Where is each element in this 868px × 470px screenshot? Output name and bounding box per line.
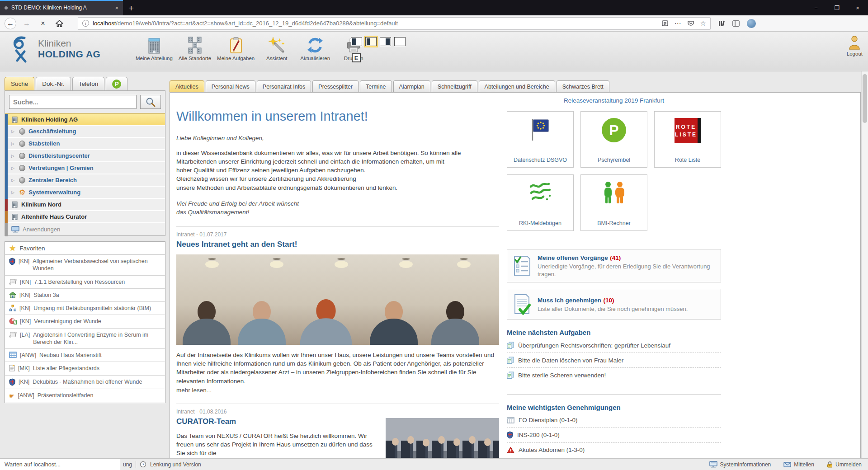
warning-icon [507,446,514,453]
tab-abteilungen-und-bereiche[interactable]: Abteilungen und Bereiche [479,80,555,92]
maximize-icon[interactable]: ❐ [826,5,847,11]
expand-icon[interactable] [11,178,16,183]
layout-option-3[interactable] [380,37,391,46]
tree-item-klinikum-nord[interactable]: Klinikum Nord [5,199,165,211]
favorite-item[interactable]: [KN] Station 3a [5,289,165,302]
pocket-icon[interactable] [688,20,694,26]
browser-tab[interactable]: STD DEMO: Kliniken Holding A × [0,0,123,15]
tab-alarmplan[interactable]: Alarmplan [393,80,430,92]
e-badge-icon[interactable]: E [352,53,361,62]
expand-icon[interactable] [11,154,16,158]
tree-item-anwendungen[interactable]: Anwendungen [5,223,165,235]
widget-offene-vorgaenge[interactable]: Meine offenen Vorgänge (41) Unerledigte … [507,249,721,282]
tree-item-altenhilfe-haus-curator[interactable]: Altenhilfe Haus Curator [5,211,165,223]
favorite-item[interactable]: [KN] Verunreinigung der Wunde [5,315,165,328]
tab-personal-news[interactable]: Personal News [206,80,255,92]
toolbar-aktualisieren[interactable]: Aktualisieren [299,35,331,61]
read-more-link[interactable]: mehr lesen... [176,387,499,394]
tree-item-kliniken-holding[interactable]: Kliniken Holding AG [5,113,165,126]
scrollbar-thumb[interactable] [863,74,867,123]
favorite-item[interactable]: [KN] 7.1.1 Bereitstellung von Ressourcen [5,276,165,289]
favorite-item[interactable]: [ANW] Präsentationsleitfaden [5,389,165,403]
expand-icon[interactable] [11,141,16,146]
tree-item-vertretungen-gremien[interactable]: Vertretungen | Gremien [5,162,165,174]
toolbar-meine-aufgaben[interactable]: Meine Aufgaben [217,35,255,61]
expand-icon[interactable] [11,166,16,170]
reader-mode-icon[interactable] [662,20,668,26]
search-input[interactable] [9,95,137,109]
system-info-link[interactable]: Systeminformationen [709,461,771,468]
tree-item-dienstleistungscenter[interactable]: Dienstleistungscenter [5,150,165,162]
tile-rote-liste[interactable]: ROTE LISTE Rote Liste [654,111,721,168]
minimize-icon[interactable]: − [806,5,826,11]
tile-datenschutz-dsgvo[interactable]: Datenschutz DSGVO [507,111,574,168]
vertical-scrollbar[interactable] [861,71,868,458]
page-actions-icon[interactable] [675,19,681,28]
task-item[interactable]: Bitte die Daten löschen von Frau Maier [507,353,721,368]
building-icon [11,116,18,123]
notify-link[interactable]: Mitteilen [783,461,814,468]
favorite-item[interactable]: [ANW] Neubau Haus Marienstift [5,349,165,362]
task-item[interactable]: Überprüfungen Rechtsvorschriften: geprüf… [507,338,721,353]
tile-pschyrembel[interactable]: P Pschyrembel [580,111,647,168]
tree-strip [5,150,8,162]
toolbar-alle-standorte[interactable]: Alle Standorte [179,35,211,61]
node-sphere-icon [19,165,25,171]
favorite-item[interactable]: [LA] Angiotensin I Converting Enzyme in … [5,329,165,349]
news-title[interactable]: Neues Intranet geht an den Start! [176,240,499,249]
tab-aktuelles[interactable]: Aktuelles [170,80,204,92]
tab-schnellzugriff[interactable]: Schnellzugriff [432,80,477,92]
stop-button[interactable]: × [37,18,49,29]
shield-icon [9,378,15,386]
relogin-link[interactable]: Ummelden [827,461,862,468]
sidebar-tab-doknr[interactable]: Dok.-Nr. [36,77,71,90]
expand-icon[interactable] [11,190,16,195]
profile-avatar-icon[interactable] [747,19,756,28]
approval-item[interactable]: FO Dienstplan (0-1-0) [507,413,721,428]
tab-pressesplitter[interactable]: Pressesplitter [312,80,359,92]
favorite-item[interactable]: [KN] Dekubitus - Maßnahmen bei offener W… [5,376,165,389]
tree-item-systemverwaltung[interactable]: Systemverwaltung [5,187,165,199]
bookmark-star-icon[interactable] [700,19,706,28]
favorite-item[interactable]: [KN] Allgemeiner Verbandswechsel von sep… [5,255,165,276]
expand-icon[interactable] [11,129,16,134]
approval-item[interactable]: INS-200 (0-1-0) [507,428,721,443]
version-link[interactable]: Lenkung und Version [150,461,201,468]
widget-muss-ich-genehmigen[interactable]: Muss ich genehmigen (10) Liste aller Dok… [507,289,721,320]
favorite-item[interactable]: [MK] Liste aller Pflegestandards [5,362,165,375]
task-item[interactable]: Bitte sterile Scheren verwenden! [507,368,721,382]
approval-item[interactable]: Akutes Abdomen (1-3-0) [507,443,721,457]
layout-option-4[interactable] [394,37,406,46]
back-button[interactable]: ← [5,18,16,29]
tab-schwarzes-brett[interactable]: Schwarzes Brett [557,80,609,92]
tab-personalrat-infos[interactable]: Personalrat Infos [257,80,311,92]
tile-bmi-rechner[interactable]: BMI-Rechner [580,174,647,231]
tree-item-geschaeftsleitung[interactable]: Geschäftsleitung [5,126,165,138]
home-button[interactable] [53,18,65,29]
layout-option-2-selected[interactable] [365,37,377,46]
toolbar-assistent[interactable]: Assistent [260,35,293,61]
sidebar-tab-suche[interactable]: Suche [5,77,34,90]
search-button[interactable] [140,95,161,109]
sidebar-tab-telefon[interactable]: Telefon [72,77,105,90]
decor [423,439,429,446]
tile-rki-meldeboegen[interactable]: RKI-Meldebögen [507,174,574,231]
url-bar[interactable]: i localhost/demo19/web/0/intra/?act=art&… [78,17,711,30]
release-event-link[interactable]: Releaseveranstaltung 2019 Frankfurt [507,97,721,104]
close-window-icon[interactable]: × [847,5,868,11]
sidebar-tab-pschyrembel[interactable]: P [106,77,127,90]
tab-termine[interactable]: Termine [360,80,392,92]
tree-item-stabstellen[interactable]: Stabstellen [5,138,165,150]
layout-option-1[interactable] [351,37,362,46]
app-logo[interactable]: Kliniken HOLDING AG [9,35,100,64]
tree-item-zentraler-bereich[interactable]: Zentraler Bereich [5,174,165,187]
site-info-icon[interactable]: i [82,20,89,27]
tab-close-icon[interactable]: × [115,5,118,11]
favorite-item[interactable]: [KN] Umgang mit Betäubungsmitteln statio… [5,302,165,315]
forward-button[interactable]: → [21,18,33,29]
logout-button[interactable]: Logout [847,35,863,56]
toolbar-meine-abteilung[interactable]: Meine Abteilung [136,35,173,61]
sidebar-toggle-icon[interactable] [732,20,740,27]
library-icon[interactable] [718,20,725,27]
new-tab-button[interactable]: + [128,3,134,13]
